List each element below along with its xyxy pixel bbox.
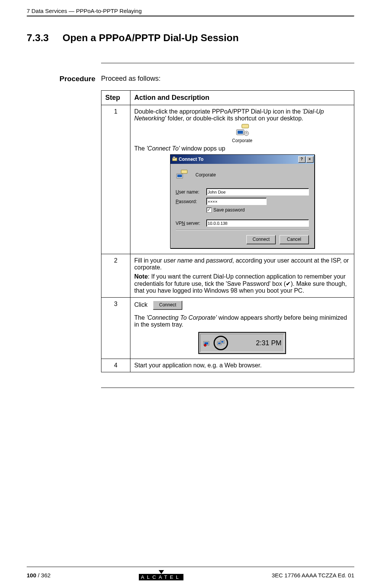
password-label: Password: <box>176 199 206 204</box>
page-number-current: 100 <box>27 572 36 578</box>
svg-rect-13 <box>218 343 220 344</box>
page-header: 7 Data Services — PPPoA-to-PPTP Relaying <box>27 8 354 14</box>
text: password <box>206 257 232 264</box>
step-number: 2 <box>101 254 130 298</box>
note-text: : If you want the current Dial-Up connec… <box>134 273 347 294</box>
text: user name <box>164 257 193 264</box>
page-footer: 100 / 362 ALCATEL 3EC 17766 AAAA TCZZA E… <box>27 567 354 580</box>
section-rule-bottom <box>101 388 354 388</box>
username-input[interactable] <box>206 188 309 195</box>
svg-rect-0 <box>242 124 249 128</box>
tray-clock: 2:31 PM <box>256 339 281 347</box>
table-row: 4 Start your application now, e.g. a Web… <box>101 359 354 372</box>
header-rule <box>27 16 354 17</box>
svg-point-11 <box>204 344 206 346</box>
step-action: Start your application now, e.g. a Web b… <box>130 359 354 372</box>
username-label: User name: <box>176 189 206 195</box>
vpn-server-label: VPN server: <box>176 221 206 226</box>
cancel-button[interactable]: Cancel <box>280 235 309 244</box>
connect-button[interactable]: Connect <box>246 235 276 244</box>
dialog-connection-name: Corporate <box>196 172 216 178</box>
table-header-row: Step Action and Description <box>101 91 354 105</box>
alcatel-logo-text: ALCATEL <box>139 574 184 580</box>
dialup-connection-icon: Corporate <box>232 123 252 143</box>
svg-rect-8 <box>177 175 182 177</box>
connection-icon <box>176 169 189 181</box>
text: The <box>134 314 146 321</box>
page-number-total: / 362 <box>36 572 51 578</box>
text: and <box>193 257 206 264</box>
dialup-icon-label: Corporate <box>232 138 252 143</box>
text: Double-click the appropriate PPPoA/PPTP … <box>134 108 302 115</box>
text: 'Connecting To Corporate' <box>146 314 217 321</box>
side-label-procedure: Procedure <box>27 75 95 83</box>
svg-rect-15 <box>221 341 223 343</box>
help-button[interactable]: ? <box>298 156 305 163</box>
save-password-label: Save password <box>214 207 245 213</box>
step-number: 4 <box>101 359 130 372</box>
table-row: 3 Click Connect The 'Connecting To Corpo… <box>101 298 354 359</box>
system-tray: 2:31 PM <box>198 332 286 354</box>
text: The <box>134 145 146 152</box>
table-row: 2 Fill in your user name and password, a… <box>101 254 354 298</box>
dialog-title: Connect To <box>179 157 298 162</box>
col-action: Action and Description <box>130 91 354 105</box>
text: Click <box>134 301 148 308</box>
dialog-titlebar: Connect To ? × <box>170 155 314 164</box>
note-label: Note <box>134 273 148 280</box>
step-action: Double-click the appropriate PPPoA/PPTP … <box>130 105 354 254</box>
svg-rect-5 <box>173 157 175 159</box>
section-number: 7.3.3 <box>27 32 49 43</box>
connect-button-inline[interactable]: Connect <box>153 301 182 310</box>
footer-logo: ALCATEL <box>51 570 272 580</box>
text: folder, or double-click its shortcut on … <box>166 115 303 122</box>
svg-rect-2 <box>238 131 243 134</box>
intro-text: Proceed as follows: <box>101 75 354 83</box>
save-password-checkbox[interactable]: ✓ <box>206 207 212 213</box>
svg-point-3 <box>244 131 249 136</box>
text: Fill in your <box>134 257 164 264</box>
connect-to-dialog: Connect To ? × <box>170 154 315 248</box>
step-action: Click Connect The 'Connecting To Corpora… <box>130 298 354 359</box>
tray-icon <box>203 339 211 347</box>
tray-highlight-circle <box>214 336 228 350</box>
text: window pops up <box>180 145 225 152</box>
svg-rect-6 <box>181 170 187 173</box>
dialog-divider <box>176 230 309 231</box>
step-number: 1 <box>101 105 130 254</box>
text: 'Connect To' <box>146 145 180 152</box>
dialog-title-icon <box>172 156 177 163</box>
step-action: Fill in your user name and password, acc… <box>130 254 354 298</box>
section-heading: 7.3.3 Open a PPPoA/PPTP Dial-Up Session <box>27 32 354 44</box>
procedure-table: Step Action and Description 1 Double-cli… <box>101 90 354 372</box>
document-id: 3EC 17766 AAAA TCZZA Ed. 01 <box>272 572 354 578</box>
col-step: Step <box>101 91 130 105</box>
close-button[interactable]: × <box>306 156 313 163</box>
tray-connection-icon <box>217 339 225 347</box>
section-rule-top <box>101 63 354 63</box>
section-title-text: Open a PPPoA/PPTP Dial-Up Session <box>63 32 239 43</box>
step-number: 3 <box>101 298 130 359</box>
password-input[interactable] <box>206 198 267 205</box>
table-row: 1 Double-click the appropriate PPPoA/PPT… <box>101 105 354 254</box>
vpn-server-input[interactable] <box>206 219 309 227</box>
